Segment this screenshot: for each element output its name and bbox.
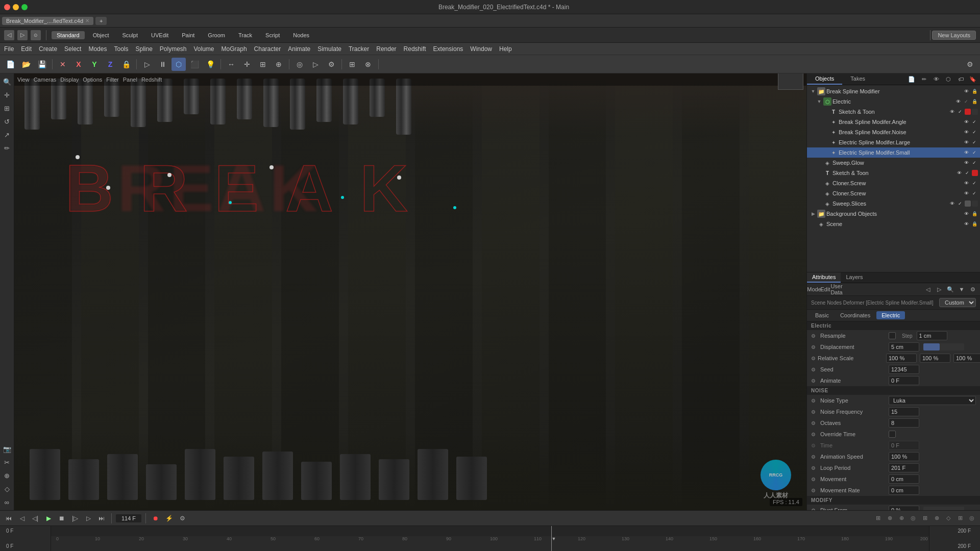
noise-freq-value[interactable]: 15 (889, 407, 919, 416)
lock-tool[interactable]: 🔒 (119, 58, 133, 71)
vis-check[interactable]: ✓ (971, 129, 978, 136)
minimize-button[interactable] (13, 4, 19, 10)
rel-scale-v3[interactable]: 100 % (953, 354, 980, 363)
history-icon[interactable]: ⊙ (31, 30, 41, 40)
render-settings-tool[interactable]: ⚙ (324, 58, 338, 71)
tl-icon-5[interactable]: ⊞ (920, 513, 930, 523)
vis-lock[interactable]: 🔒 (971, 210, 978, 217)
tree-item-elec-small[interactable]: ▶ ✦ Electric Spline Modifer.Small 👁 ✓ (807, 147, 980, 158)
menu-file[interactable]: File (4, 45, 14, 53)
render-view-tool[interactable]: ◎ (292, 58, 307, 71)
vis-eye[interactable]: 👁 (963, 159, 970, 166)
tree-item-break-modifier[interactable]: ▼ 📁 Break Spline Modifier 👁 🔒 (807, 86, 980, 96)
record-btn[interactable]: ⏺ (150, 513, 161, 524)
menu-tools[interactable]: Tools (114, 45, 128, 53)
mode-uvedit[interactable]: UVEdit (146, 31, 174, 39)
vis-check[interactable]: ✓ (971, 118, 978, 126)
options-menu[interactable]: Options (83, 77, 102, 83)
scale-tool[interactable]: ⊞ (256, 58, 270, 71)
takes-tab[interactable]: Takes (842, 73, 873, 85)
pivot-slider[interactable] (923, 507, 964, 510)
menu-extensions[interactable]: Extensions (433, 45, 463, 53)
next-key-btn[interactable]: |▷ (69, 513, 81, 524)
camera-tool[interactable]: 📷 (1, 443, 13, 455)
render-tool[interactable]: ▷ (308, 58, 323, 71)
new-file-tool[interactable]: 📄 (3, 58, 17, 71)
tree-item-scene[interactable]: ▶ ◈ Scene 👁 🔒 (807, 219, 980, 229)
rel-scale-v1[interactable]: 100 % (886, 354, 917, 363)
menu-mograph[interactable]: MoGraph (222, 45, 247, 53)
vis-check[interactable]: ✓ (957, 200, 964, 207)
movement-value[interactable]: 0 cm (889, 474, 919, 484)
menu-simulate[interactable]: Simulate (317, 45, 341, 53)
menu-render[interactable]: Render (376, 45, 396, 53)
displacement-slider[interactable] (923, 343, 964, 350)
menu-character[interactable]: Character (254, 45, 281, 53)
file-icon[interactable]: 📄 (906, 74, 917, 84)
seed-value[interactable]: 12345 (889, 365, 919, 374)
knife-tool[interactable]: ✂ (1, 456, 13, 468)
mode-standard[interactable]: Standard (52, 31, 85, 39)
rel-scale-v2[interactable]: 100 % (920, 354, 950, 363)
override-time-checkbox[interactable] (889, 431, 896, 438)
twist-tool[interactable]: ∞ (1, 496, 13, 508)
expand-arrow[interactable]: ▶ (810, 211, 816, 217)
vis-lock[interactable]: 🔒 (971, 88, 978, 95)
vis-eye[interactable]: 👁 (963, 190, 970, 197)
vis-eye[interactable]: 👁 (963, 220, 970, 228)
vis-check[interactable]: ✓ (957, 108, 964, 115)
rotate-tool[interactable]: ⊕ (272, 58, 286, 71)
move-tool[interactable]: ✛ (1, 89, 13, 101)
mode-btn-attr[interactable]: Mode (809, 284, 819, 294)
anim-speed-value[interactable]: 100 % (889, 452, 919, 461)
prev-key-btn[interactable]: ◁| (30, 513, 41, 524)
menu-spline[interactable]: Spline (135, 45, 152, 53)
tags-icon[interactable]: 🏷 (955, 74, 966, 84)
timeline-tool[interactable]: ⊞ (345, 58, 359, 71)
vis-eye[interactable]: 👁 (963, 88, 970, 95)
panel-menu[interactable]: Panel (123, 77, 137, 83)
paint-tool-left[interactable]: ✏ (1, 142, 13, 154)
pivot-from-value[interactable]: 0 % (889, 506, 919, 510)
mode-groom[interactable]: Groom (203, 31, 230, 39)
attr-fwd-btn[interactable]: ▷ (934, 284, 944, 294)
basic-tab[interactable]: Basic (810, 311, 834, 319)
tree-item-sketch-toon2[interactable]: ▶ T Sketch & Toon 👁 ✓ (807, 168, 980, 178)
mode-object[interactable]: Object (88, 31, 114, 39)
edit-icon[interactable]: ✏ (919, 74, 929, 84)
vis-eye[interactable]: 👁 (963, 180, 970, 187)
tree-item-noise[interactable]: ▶ ✦ Break Spline Modifer.Noise 👁 ✓ (807, 127, 980, 137)
tl-icon-4[interactable]: ◎ (908, 513, 918, 523)
octaves-value[interactable]: 8 (889, 418, 919, 428)
loop-period-value[interactable]: 201 F (889, 463, 919, 472)
tree-item-elec-large[interactable]: ▶ ✦ Electric Spline Modifer.Large 👁 ✓ (807, 137, 980, 147)
objects-tab[interactable]: Objects (807, 73, 842, 85)
save-file-tool[interactable]: 💾 (35, 58, 49, 71)
vis-eye[interactable]: 👁 (948, 200, 955, 207)
play-btn[interactable]: ▶ (43, 513, 54, 524)
redshift-menu[interactable]: Redshift (141, 77, 162, 83)
resample-checkbox[interactable] (889, 332, 896, 339)
edit-btn-attr[interactable]: Edit (820, 284, 830, 294)
tl-icon-3[interactable]: ⊕ (896, 513, 906, 523)
settings-tool[interactable]: ⚙ (963, 58, 977, 71)
animate-value[interactable]: 0 F (889, 376, 919, 385)
pause-tool[interactable]: ⏸ (156, 58, 170, 71)
vis-check[interactable]: ✓ (963, 98, 970, 105)
select-tool[interactable]: ↔ (224, 58, 238, 71)
tree-item-sweep-glow[interactable]: ▶ ◈ Sweep.Glow 👁 ✓ (807, 158, 980, 168)
mode-nodes[interactable]: Nodes (288, 31, 314, 39)
menu-modes[interactable]: Modes (88, 45, 107, 53)
vis-eye[interactable]: 👁 (963, 139, 970, 146)
displacement-value[interactable]: 5 cm (889, 342, 919, 352)
menu-window[interactable]: Window (470, 45, 492, 53)
axis-x-btn[interactable]: X (71, 58, 86, 71)
anim-tool[interactable]: ⊗ (361, 58, 375, 71)
tl-icon-1[interactable]: ⊞ (873, 513, 883, 523)
attributes-tab[interactable]: Attributes (807, 272, 841, 283)
attr-search-btn[interactable]: 🔍 (945, 284, 955, 294)
polygon-tool[interactable]: ◇ (1, 483, 13, 495)
maximize-button[interactable] (21, 4, 28, 10)
menu-tracker[interactable]: Tracker (349, 45, 369, 53)
cameras-menu[interactable]: Cameras (34, 77, 57, 83)
